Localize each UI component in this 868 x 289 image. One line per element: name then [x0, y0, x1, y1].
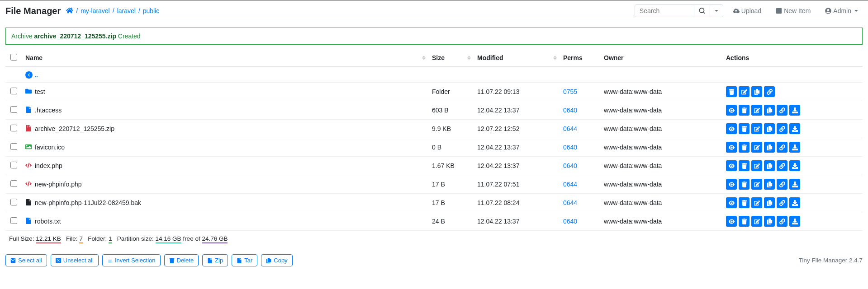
- view-button[interactable]: [726, 142, 737, 153]
- select-all-checkbox[interactable]: [10, 54, 17, 61]
- search-button[interactable]: [694, 5, 710, 17]
- upload-button[interactable]: Upload: [729, 5, 766, 17]
- breadcrumb-item[interactable]: my-laravel: [81, 7, 110, 14]
- select-all-button[interactable]: Select all: [5, 254, 47, 266]
- row-checkbox[interactable]: [10, 125, 17, 131]
- copy-button[interactable]: [751, 86, 762, 97]
- zip-button[interactable]: Zip: [202, 254, 228, 266]
- link-button[interactable]: [777, 105, 787, 116]
- link-button[interactable]: [777, 197, 787, 208]
- copy-button[interactable]: [764, 216, 775, 227]
- view-button[interactable]: [726, 179, 737, 190]
- download-button[interactable]: [789, 197, 800, 208]
- view-button[interactable]: [726, 105, 737, 116]
- rename-button[interactable]: [751, 160, 762, 171]
- download-button[interactable]: [789, 142, 800, 153]
- view-button[interactable]: [726, 123, 737, 134]
- perms-link[interactable]: 0644: [563, 125, 577, 132]
- arrow-left-circle-icon: [25, 71, 33, 79]
- row-checkbox[interactable]: [10, 162, 17, 168]
- delete-button[interactable]: [739, 179, 749, 190]
- view-button[interactable]: [726, 216, 737, 227]
- perms-link[interactable]: 0644: [563, 199, 577, 206]
- file-modified: 12.04.22 13:37: [474, 157, 560, 175]
- copy-button[interactable]: [764, 179, 775, 190]
- perms-link[interactable]: 0644: [563, 181, 577, 188]
- link-button[interactable]: [764, 86, 775, 97]
- rename-button[interactable]: [751, 179, 762, 190]
- home-link[interactable]: [66, 7, 73, 15]
- download-button[interactable]: [789, 160, 800, 171]
- download-button[interactable]: [789, 123, 800, 134]
- col-actions: Actions: [722, 49, 863, 67]
- view-button[interactable]: [726, 197, 737, 208]
- file-name-link[interactable]: new-phpinfo.php: [35, 181, 82, 188]
- perms-link[interactable]: 0640: [563, 144, 577, 151]
- delete-button[interactable]: [739, 197, 749, 208]
- stat-foldercount: 1: [109, 235, 112, 243]
- admin-dropdown[interactable]: Admin: [821, 5, 863, 17]
- link-button[interactable]: [777, 160, 787, 171]
- file-name-link[interactable]: robots.txt: [35, 218, 61, 225]
- perms-link[interactable]: 0640: [563, 162, 577, 169]
- file-modified: 12.04.22 13:37: [474, 212, 560, 231]
- perms-link[interactable]: 0755: [563, 88, 577, 95]
- file-name-link[interactable]: index.php: [35, 162, 62, 169]
- archive-icon: [237, 258, 242, 263]
- breadcrumb-item[interactable]: public: [143, 7, 160, 14]
- link-button[interactable]: [777, 179, 787, 190]
- tar-button[interactable]: Tar: [232, 254, 257, 266]
- copy-button[interactable]: [764, 123, 775, 134]
- copy-button[interactable]: [764, 105, 775, 116]
- breadcrumb-item[interactable]: laravel: [117, 7, 136, 14]
- delete-button[interactable]: [739, 105, 749, 116]
- row-checkbox[interactable]: [10, 106, 17, 113]
- delete-button[interactable]: [726, 86, 737, 97]
- row-checkbox[interactable]: [10, 88, 17, 94]
- col-modified[interactable]: Modified: [474, 49, 560, 67]
- invert-selection-button[interactable]: Invert Selection: [102, 254, 161, 266]
- back-label: ..: [34, 71, 38, 79]
- col-size[interactable]: Size: [428, 49, 474, 67]
- row-checkbox[interactable]: [10, 180, 17, 187]
- row-checkbox[interactable]: [10, 217, 17, 224]
- delete-button[interactable]: Delete: [164, 254, 199, 266]
- search-dropdown-button[interactable]: [710, 5, 723, 17]
- delete-button[interactable]: [739, 123, 749, 134]
- copy-button[interactable]: [764, 197, 775, 208]
- file-name-link[interactable]: archive_220712_125255.zip: [35, 125, 114, 132]
- delete-button[interactable]: [739, 160, 749, 171]
- rename-button[interactable]: [751, 123, 762, 134]
- rename-button[interactable]: [739, 86, 749, 97]
- user-icon: [825, 8, 831, 14]
- link-button[interactable]: [777, 216, 787, 227]
- file-name-link[interactable]: new-phpinfo.php-11Jul22-082459.bak: [35, 199, 141, 206]
- copy-button[interactable]: [764, 142, 775, 153]
- rename-button[interactable]: [751, 197, 762, 208]
- rename-button[interactable]: [751, 142, 762, 153]
- link-button[interactable]: [777, 123, 787, 134]
- copy-button[interactable]: [764, 160, 775, 171]
- new-item-button[interactable]: New Item: [771, 5, 815, 17]
- delete-button[interactable]: [739, 216, 749, 227]
- row-checkbox[interactable]: [10, 199, 17, 205]
- link-button[interactable]: [777, 142, 787, 153]
- file-name-link[interactable]: .htaccess: [35, 107, 62, 114]
- unselect-all-button[interactable]: Unselect all: [51, 254, 99, 266]
- perms-link[interactable]: 0640: [563, 107, 577, 114]
- search-input[interactable]: [635, 5, 694, 17]
- delete-button[interactable]: [739, 142, 749, 153]
- rename-button[interactable]: [751, 216, 762, 227]
- rename-button[interactable]: [751, 105, 762, 116]
- view-button[interactable]: [726, 160, 737, 171]
- col-name[interactable]: Name: [22, 49, 428, 67]
- file-name-link[interactable]: favicon.ico: [35, 144, 65, 151]
- file-name-link[interactable]: test: [35, 88, 45, 95]
- download-button[interactable]: [789, 179, 800, 190]
- download-button[interactable]: [789, 216, 800, 227]
- download-button[interactable]: [789, 105, 800, 116]
- row-checkbox[interactable]: [10, 143, 17, 150]
- copy-button[interactable]: Copy: [261, 254, 292, 266]
- perms-link[interactable]: 0640: [563, 218, 577, 225]
- back-link[interactable]: ..: [25, 71, 38, 79]
